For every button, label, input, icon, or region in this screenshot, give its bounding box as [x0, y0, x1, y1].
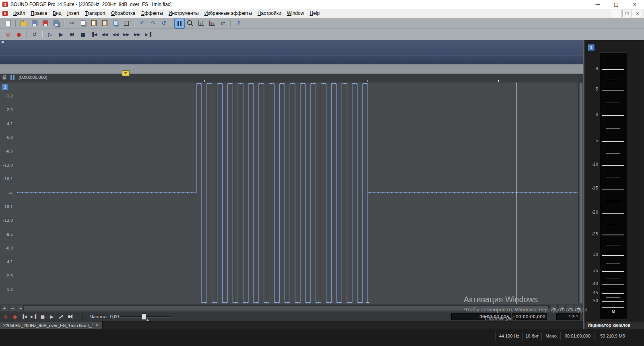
- menu-file[interactable]: Файл: [10, 9, 28, 18]
- menu-help[interactable]: Help: [307, 9, 322, 18]
- window-title: SOUND FORGE Pro 14 Suite - [22050Hz_200H…: [10, 2, 171, 7]
- waveform-display[interactable]: [0, 82, 583, 304]
- rewind-button[interactable]: ◀◀: [110, 29, 121, 40]
- help-button[interactable]: ?: [233, 18, 244, 29]
- marker-strip[interactable]: [0, 64, 583, 74]
- horizontal-scrollbar-thumb[interactable]: [24, 306, 549, 311]
- repeat-button[interactable]: ↺: [159, 18, 169, 29]
- menu-insert[interactable]: Insert: [64, 9, 82, 18]
- channel-badge: 1: [2, 84, 8, 90]
- menu-options[interactable]: Настройки: [255, 9, 284, 18]
- zoom-fit-icon: ◂▸: [576, 307, 580, 310]
- go-to-start-button[interactable]: ▐◀: [89, 29, 99, 40]
- scroll-right-button[interactable]: ▸: [551, 305, 558, 311]
- redo-button[interactable]: ↷: [148, 18, 158, 29]
- level-meter[interactable]: М: [600, 52, 627, 319]
- monitor-button[interactable]: [66, 313, 74, 320]
- pencil-edit-button[interactable]: [57, 313, 65, 320]
- stop-button[interactable]: ■: [39, 313, 47, 320]
- channel-meter-panel: 1 950-5-10-15-20-25-30-35-40-45-50 М Инд…: [584, 40, 644, 329]
- zoom-edit-tool-button[interactable]: [185, 18, 196, 29]
- paste-button[interactable]: [89, 18, 99, 29]
- horizontal-scrollbar[interactable]: [23, 305, 549, 311]
- undo-button[interactable]: ↶: [137, 18, 147, 29]
- zoom-out-button[interactable]: −: [567, 305, 574, 311]
- zoom-fit-button[interactable]: ◂▸: [575, 305, 582, 311]
- open-file-button[interactable]: [19, 18, 29, 29]
- dropped-marker-icon[interactable]: [122, 70, 130, 76]
- play-all-button[interactable]: ▷: [45, 29, 56, 40]
- mdi-close-button[interactable]: ×: [633, 10, 642, 17]
- menu-window[interactable]: Window: [284, 9, 307, 18]
- trim-button[interactable]: [121, 18, 132, 29]
- go-to-end-button[interactable]: ▶▐: [29, 313, 37, 320]
- ruler-tick: [498, 80, 499, 82]
- cut-button[interactable]: ✂: [67, 18, 77, 29]
- go-to-start-button[interactable]: ▐◀: [20, 313, 28, 320]
- menu-view[interactable]: Вид: [50, 9, 64, 18]
- play-icon: ▶: [59, 32, 63, 37]
- menu-process[interactable]: Обработка: [108, 9, 138, 18]
- overview-bar[interactable]: [0, 40, 583, 65]
- document-tab[interactable]: 22050Hz_200Hz_8dB_over_FS_1min.flac ×: [0, 321, 103, 329]
- mdi-restore-button[interactable]: □: [622, 10, 632, 17]
- meter-tick: [606, 278, 620, 278]
- app-icon: S: [2, 2, 8, 7]
- save-all-button[interactable]: [51, 18, 62, 29]
- tab-title: 22050Hz_200Hz_8dB_over_FS_1min.flac: [3, 323, 86, 328]
- menu-edit[interactable]: Правка: [28, 9, 50, 18]
- lock-icon[interactable]: [2, 76, 6, 80]
- play-button[interactable]: ▶: [48, 313, 56, 320]
- maximize-button[interactable]: □: [607, 0, 625, 9]
- meter-scale-labels: 950-5-10-15-20-25-30-35-40-45-50: [584, 40, 599, 329]
- previous-marker-button[interactable]: ◀◀: [99, 29, 110, 40]
- meter-scale-label: -10: [584, 162, 598, 167]
- go-to-end-button[interactable]: ▶▐: [143, 29, 153, 40]
- menu-transport[interactable]: Transport: [82, 9, 108, 18]
- pause-button[interactable]: ▮▮: [67, 29, 77, 40]
- waveform-area[interactable]: 1 -1,2-2,5-4,1-6,0-8,5-12,0-18,1-∞-18,1-…: [0, 82, 583, 304]
- spectrum-analysis-button[interactable]: [207, 18, 217, 29]
- new-file-button[interactable]: [3, 18, 13, 29]
- statistics-button[interactable]: [196, 18, 206, 29]
- snap-icon[interactable]: [10, 75, 14, 80]
- forward-button[interactable]: ▶▶: [121, 29, 132, 40]
- zoom-out-time-button[interactable]: −: [9, 305, 16, 311]
- paste-special-button[interactable]: [99, 18, 110, 29]
- record-sync-icon: ◎: [6, 32, 10, 37]
- record-sync-button[interactable]: ◎: [3, 29, 13, 40]
- record-button[interactable]: ●: [11, 313, 19, 320]
- save-button[interactable]: [29, 18, 40, 29]
- status-segment: 59 210,9 Мб: [594, 332, 630, 340]
- save-as-button[interactable]: [40, 18, 51, 29]
- zoom-in-time-button[interactable]: +: [1, 305, 8, 311]
- vertical-scrollbar-thumb[interactable]: [580, 83, 582, 303]
- frequency-slider[interactable]: ▲: [121, 312, 172, 321]
- zoom-in-button[interactable]: +: [559, 305, 566, 311]
- tab-close-icon[interactable]: ×: [95, 323, 99, 327]
- time-ruler[interactable]: (00:00:00,000): [0, 74, 583, 83]
- close-button[interactable]: ×: [625, 0, 644, 9]
- menu-effects[interactable]: Эффекты: [138, 9, 166, 18]
- spectrum-editing-button[interactable]: [174, 18, 185, 29]
- menu-tools[interactable]: Инструменты: [166, 9, 202, 18]
- play-button[interactable]: ▶: [56, 29, 66, 40]
- record-sync-button[interactable]: ◎: [2, 313, 10, 320]
- frequency-slider-track[interactable]: [121, 316, 172, 318]
- next-marker-button[interactable]: ▶▶: [132, 29, 142, 40]
- frequency-slider-handle[interactable]: [142, 313, 146, 320]
- copy-button[interactable]: [78, 18, 88, 29]
- meter-panel-caption[interactable]: Индикатор каналов: [584, 321, 644, 329]
- data-window-footer: ◎●▐◀▶▐■▶ Частота:0,00 ▲ 00:00:00,00500:0…: [0, 312, 583, 321]
- undo-icon: ↶: [140, 21, 144, 26]
- mix-button[interactable]: [110, 18, 121, 29]
- stop-button[interactable]: ■: [78, 29, 88, 40]
- vertical-scrollbar[interactable]: [578, 82, 583, 304]
- tab-restore-icon[interactable]: [89, 324, 92, 327]
- batch-converter-button[interactable]: ⇄: [218, 18, 228, 29]
- mdi-minimize-button[interactable]: —: [612, 10, 621, 17]
- menu-favorite-effects[interactable]: Избранные эффекты: [202, 9, 255, 18]
- loop-playback-button[interactable]: ↺: [29, 29, 40, 40]
- minimize-button[interactable]: —: [588, 0, 607, 9]
- record-button[interactable]: ●: [14, 29, 24, 40]
